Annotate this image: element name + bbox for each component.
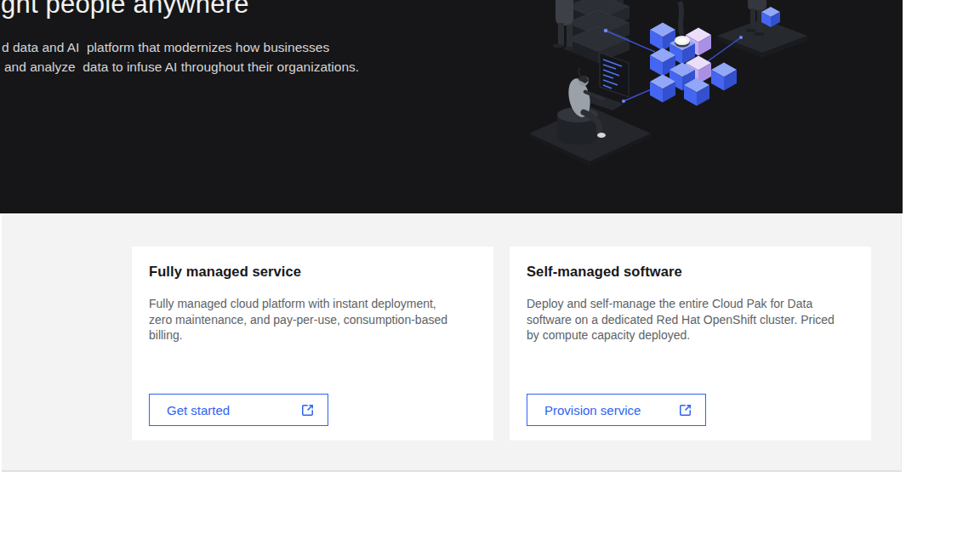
smoke-wisp — [680, 2, 682, 35]
browser-page: ght people anywhere d data and AI platfo… — [0, 0, 903, 472]
connection-dot — [604, 29, 608, 33]
provision-service-button[interactable]: Provision service — [527, 394, 706, 426]
hero-section: ght people anywhere d data and AI platfo… — [0, 0, 903, 213]
connection-dot — [739, 36, 743, 39]
right-platform-illustration — [717, 0, 807, 58]
offer-card-title: Fully managed service — [149, 264, 476, 280]
get-started-label: Get started — [167, 403, 230, 418]
provision-service-label: Provision service — [544, 403, 641, 418]
get-started-button[interactable]: Get started — [149, 394, 328, 426]
standing-person-left — [553, 0, 574, 50]
offer-card-description: Fully managed cloud platform with instan… — [149, 296, 459, 344]
connection-dot — [622, 99, 625, 103]
offers-section: Fully managed service Fully managed clou… — [2, 215, 902, 472]
server-stack-illustration — [567, 0, 630, 63]
offer-card-description: Deploy and self-manage the entire Cloud … — [527, 296, 836, 344]
hero-illustration — [510, 0, 903, 213]
launch-icon — [300, 403, 315, 418]
seated-person-workstation — [529, 53, 651, 166]
hero-description: d data and AI platform that modernizes h… — [2, 37, 359, 77]
offer-card-self-managed: Self-managed software Deploy and self-ma… — [510, 247, 871, 440]
offer-cards: Fully managed service Fully managed clou… — [132, 247, 871, 440]
launch-icon — [678, 403, 692, 418]
offer-card-title: Self-managed software — [527, 264, 854, 280]
hero-description-line2: and analyze data to infuse AI throughout… — [4, 57, 359, 77]
hero-heading: ght people anywhere — [1, 0, 249, 17]
screen: ght people anywhere d data and AI platfo… — [0, 0, 980, 551]
hero-description-line1: d data and AI platform that modernizes h… — [2, 37, 359, 57]
offer-card-fully-managed: Fully managed service Fully managed clou… — [132, 247, 493, 440]
